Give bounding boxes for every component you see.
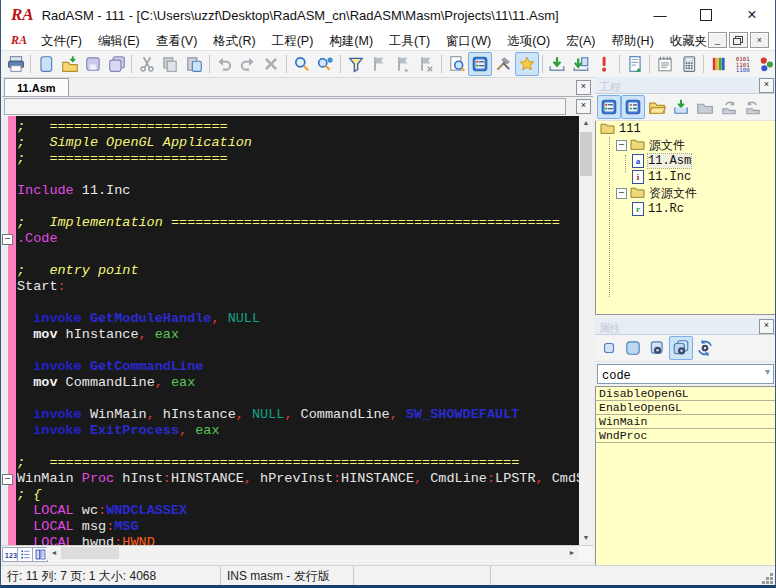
properties-panel-close-button[interactable]: ×	[759, 319, 774, 334]
menu-item-4[interactable]: 格式(R)	[205, 34, 263, 48]
template-button[interactable]	[623, 52, 646, 76]
bookmark-clear-button[interactable]	[414, 52, 437, 76]
build-button[interactable]	[546, 52, 569, 76]
menu-item-10[interactable]: 宏(A)	[558, 34, 603, 48]
cut-button[interactable]	[135, 52, 158, 76]
maximize-icon[interactable]	[683, 0, 729, 30]
find-in-files-button[interactable]	[445, 52, 468, 76]
project-options-button[interactable]	[468, 52, 491, 76]
menu-item-11[interactable]: 帮助(H)	[603, 34, 661, 48]
radasm-document-logo-icon: RA	[11, 33, 27, 48]
copy-icon	[161, 55, 179, 73]
procs-doc-button[interactable]	[645, 336, 669, 360]
scroll-left-icon[interactable]: ◄	[47, 546, 61, 560]
undo-button[interactable]	[213, 52, 236, 76]
find-button[interactable]	[290, 52, 313, 76]
save-button[interactable]	[81, 52, 104, 76]
section-combobox[interactable]: code ▾	[597, 364, 774, 384]
sync-in-button[interactable]	[717, 95, 741, 119]
vertical-scrollbar[interactable]: ▲ ▼	[579, 116, 593, 545]
scroll-down-icon[interactable]: ▼	[579, 531, 593, 545]
menu-item-7[interactable]: 工具(T)	[381, 34, 438, 48]
notes-button[interactable]	[653, 52, 676, 76]
open-button[interactable]	[58, 52, 81, 76]
procedure-list-item[interactable]: WndProc	[596, 429, 775, 443]
tab-11asm[interactable]: 11.Asm	[4, 78, 69, 96]
menu-item-9[interactable]: 选项(O)	[499, 34, 558, 48]
refresh-button[interactable]	[693, 336, 717, 360]
tree-item-11-inc[interactable]: i11.Inc	[596, 169, 775, 185]
bookmark-toggle-button[interactable]	[367, 52, 390, 76]
bookmarks-list-button[interactable]	[17, 547, 33, 562]
replace-button[interactable]	[314, 52, 337, 76]
command-bar-close-button[interactable]: ×	[576, 99, 591, 114]
build-all-button[interactable]	[569, 52, 592, 76]
code-token: ExitProcess	[82, 423, 179, 438]
sync-out-button[interactable]	[741, 95, 765, 119]
procedure-list-item[interactable]: EnableOpenGL	[596, 401, 775, 415]
tree-item--[interactable]: –源文件	[596, 137, 775, 153]
menu-item-2[interactable]: 编辑(E)	[90, 34, 148, 48]
code-line: ; Implementation =======================…	[17, 215, 579, 231]
procs-all-button[interactable]	[669, 336, 693, 360]
menu-item-5[interactable]: 工程(P)	[264, 34, 322, 48]
close-icon[interactable]: ×	[729, 0, 775, 30]
tree-item-11-asm[interactable]: a11.Asm	[596, 153, 775, 169]
chevron-down-icon[interactable]: ▾	[765, 366, 770, 377]
vertical-scroll-thumb[interactable]	[580, 132, 592, 176]
ascii-table-button[interactable]: 010111011100	[731, 52, 754, 76]
tools-button[interactable]	[492, 52, 515, 76]
menu-item-1[interactable]: 文件(F)	[33, 34, 90, 48]
paste-button[interactable]	[182, 52, 205, 76]
fold-minus-icon[interactable]: –	[2, 474, 13, 485]
project-panel-close-button[interactable]: ×	[759, 78, 774, 93]
tree-item-111[interactable]: 111	[596, 121, 775, 137]
new-folder-button[interactable]	[693, 95, 717, 119]
delete-button[interactable]	[260, 52, 283, 76]
scroll-up-icon[interactable]: ▲	[579, 116, 593, 130]
run-button[interactable]	[593, 52, 616, 76]
copy-button[interactable]	[159, 52, 182, 76]
mdi-restore-icon[interactable]	[729, 32, 748, 48]
item-small-button[interactable]	[597, 336, 621, 360]
calculator-button[interactable]	[677, 52, 700, 76]
filter-button[interactable]	[344, 52, 367, 76]
open-folder-button[interactable]	[645, 95, 669, 119]
redo-button[interactable]	[236, 52, 259, 76]
procedure-list-item[interactable]: WinMain	[596, 415, 775, 429]
save-all-button[interactable]	[105, 52, 128, 76]
mdi-minimize-icon[interactable]: _	[708, 32, 727, 48]
tree-item-11-rc[interactable]: r11.Rc	[596, 201, 775, 217]
view-details-button[interactable]	[621, 95, 645, 119]
command-combobox[interactable]	[4, 98, 566, 115]
code-area[interactable]: ; ======================; Simple OpenGL …	[17, 119, 579, 545]
bookmark-next-button[interactable]	[391, 52, 414, 76]
code-token: .Code	[17, 231, 58, 246]
add-file-button[interactable]	[669, 95, 693, 119]
tree-collapse-icon[interactable]: –	[616, 188, 627, 199]
menu-item-8[interactable]: 窗口(W)	[438, 34, 499, 48]
tree-item--[interactable]: –资源文件	[596, 185, 775, 201]
code-editor[interactable]: ; ======================; Simple OpenGL …	[1, 116, 593, 545]
fold-minus-icon[interactable]: –	[2, 234, 13, 245]
palette-button[interactable]	[707, 52, 730, 76]
color-picker-button[interactable]	[754, 52, 776, 76]
mdi-close-icon[interactable]: ×	[750, 32, 769, 48]
minimize-icon[interactable]: —	[637, 0, 683, 30]
item-large-button[interactable]	[621, 336, 645, 360]
print-button[interactable]	[4, 52, 27, 76]
resize-grip-icon[interactable]	[770, 581, 773, 584]
scroll-right-icon[interactable]: ►	[565, 546, 579, 560]
horizontal-scrollbar[interactable]: ◄ ►	[47, 546, 579, 560]
view-list-button[interactable]	[597, 95, 621, 119]
tab-close-button[interactable]: ×	[576, 80, 591, 95]
menu-item-3[interactable]: 查看(V)	[148, 34, 206, 48]
addin-manager-button[interactable]	[515, 52, 538, 76]
outline-button[interactable]	[32, 547, 48, 562]
procedure-list-item[interactable]: DisableOpenGL	[596, 387, 775, 401]
menu-item-6[interactable]: 构建(M)	[321, 34, 381, 48]
tree-collapse-icon[interactable]: –	[616, 140, 627, 151]
line-numbers-button[interactable]: 123	[2, 547, 18, 562]
new-button[interactable]	[34, 52, 57, 76]
horizontal-scroll-thumb[interactable]	[61, 547, 119, 559]
